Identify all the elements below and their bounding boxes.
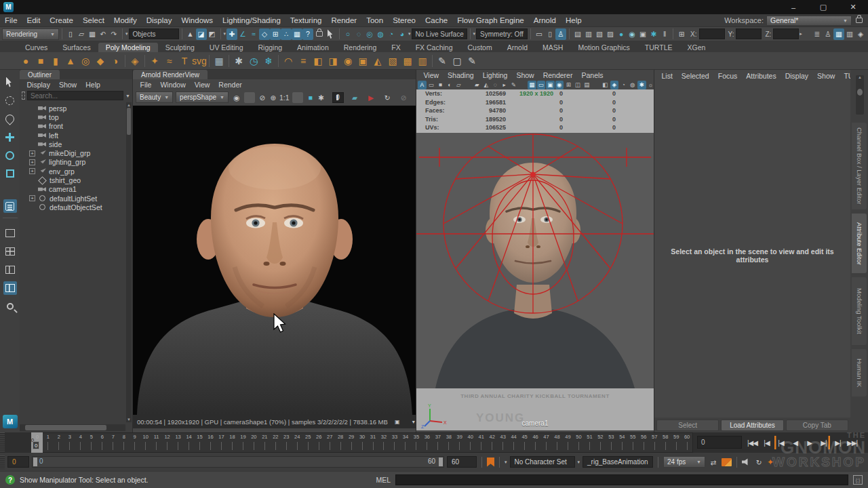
mask-expand-icon[interactable]: ▾ — [125, 31, 128, 37]
file-op-icon[interactable]: ↶ — [98, 28, 108, 40]
tab-modeling-toolkit[interactable]: Modeling Toolkit — [852, 277, 867, 345]
renderview-menu[interactable]: Window — [156, 81, 190, 89]
renderview-tab[interactable]: Arnold RenderView — [133, 70, 208, 79]
render-editor-icon[interactable]: ▤ — [572, 28, 583, 40]
shelf-tab[interactable]: Custom — [460, 43, 500, 52]
shelf-tab[interactable]: MASH — [535, 43, 570, 52]
playback-button[interactable]: ◀ — [789, 436, 802, 449]
shelf-tool-icon[interactable]: ✎ — [465, 54, 479, 68]
attribute-editor-menu[interactable]: Display — [781, 72, 812, 80]
shelf-tool-icon[interactable]: ✎ — [435, 54, 449, 68]
shelf-tool-icon[interactable]: ◉ — [341, 54, 355, 68]
render-icon[interactable]: ▭ — [534, 28, 545, 40]
viewport-toolbar-icon[interactable]: ◫ — [574, 81, 583, 89]
viewport-toolbar-icon[interactable]: ✎ — [509, 81, 518, 89]
frame-cell[interactable]: 58 — [660, 433, 671, 452]
viewport-toolbar-icon[interactable] — [464, 81, 473, 89]
frame-cell[interactable]: 33 — [389, 433, 400, 452]
sidebar-toggle-icon[interactable]: ♙ — [823, 28, 833, 40]
collapse-arrow-icon[interactable]: ▸ — [800, 31, 802, 37]
attribute-editor-menu[interactable]: Show — [813, 72, 840, 80]
frame-cell[interactable]: 21 — [259, 433, 270, 452]
shelf-tab[interactable]: Poly Modeling — [98, 43, 158, 52]
tab-human-ik[interactable]: Human IK — [852, 349, 867, 396]
frame-cell[interactable]: 31 — [368, 433, 378, 452]
sidebar-toggle-icon[interactable]: ▦ — [833, 28, 844, 40]
outliner-item[interactable]: + side — [20, 140, 126, 148]
menu-item[interactable]: Modify — [109, 14, 142, 27]
menu-item[interactable]: Stereo — [388, 14, 420, 27]
sound-icon[interactable] — [742, 458, 751, 466]
frame-cell[interactable]: 16 — [205, 433, 216, 452]
outliner-item[interactable]: + tshirt_geo — [20, 176, 126, 184]
attribute-editor-menu[interactable]: List — [657, 72, 677, 80]
frame-cell[interactable]: 18 — [226, 433, 237, 452]
playback-button[interactable]: ▶ — [803, 436, 816, 449]
anim-end-field[interactable]: 60 — [447, 456, 477, 468]
layout-single-pane[interactable] — [3, 226, 17, 240]
frame-cell[interactable]: 5 — [86, 433, 97, 452]
frame-cell[interactable]: 56 — [638, 433, 649, 452]
viewport-toolbar-icon[interactable]: ◧ — [601, 81, 610, 89]
viewport-toolbar-icon[interactable]: ▭ — [427, 81, 436, 89]
viewport-menu[interactable]: Show — [512, 71, 538, 79]
frame-cell[interactable]: 49 — [562, 433, 573, 452]
outliner-filter-icon[interactable] — [22, 92, 25, 100]
menu-item[interactable]: Render — [326, 14, 361, 27]
frame-cell[interactable]: 20 — [248, 433, 259, 452]
shelf-tool-icon[interactable] — [125, 55, 125, 67]
history-icon[interactable]: ◌ — [353, 28, 364, 40]
menu-item[interactable]: Toon — [361, 14, 388, 27]
frame-cell[interactable]: 32 — [378, 433, 389, 452]
outliner-item[interactable]: + env_grp — [20, 167, 126, 176]
outliner-item[interactable]: + persp — [20, 104, 126, 113]
renderview-run-icon[interactable]: ▰ — [349, 92, 360, 103]
renderview-tool-icon[interactable] — [292, 92, 303, 103]
menu-item[interactable]: File — [0, 14, 22, 27]
snap-icon[interactable]: ✚ — [226, 28, 237, 40]
viewport-menu[interactable]: Panels — [577, 71, 608, 79]
outliner-menu[interactable]: Show — [54, 81, 81, 89]
shelf-tool-icon[interactable]: ◧ — [311, 54, 325, 68]
playback-button[interactable]: ▶| — [817, 436, 830, 449]
frame-cell[interactable]: 26 — [313, 433, 324, 452]
outliner-item[interactable]: + lighting_grp — [20, 158, 126, 167]
shelf-tool-icon[interactable] — [278, 55, 279, 67]
z-input[interactable] — [773, 28, 799, 39]
viewport-menu[interactable]: Lighting — [478, 71, 512, 79]
frame-cell[interactable]: 53 — [606, 433, 616, 452]
renderview-run-icon[interactable]: ↻ — [382, 92, 393, 103]
frame-cell[interactable]: 25 — [302, 433, 313, 452]
frame-cell[interactable]: 8 — [119, 433, 130, 452]
viewport-toolbar-icon[interactable]: ■ — [436, 81, 445, 89]
menu-item[interactable]: Texturing — [285, 14, 327, 27]
time-slider[interactable]: 0123456789101112131415161718192021222324… — [0, 432, 868, 453]
shelf-tool-icon[interactable] — [209, 55, 210, 67]
workspace-dropdown[interactable]: General*▼ — [766, 16, 852, 26]
select-mode-icon[interactable]: ◩ — [207, 28, 218, 40]
shelf-tab[interactable]: Sculpting — [158, 43, 202, 52]
mel-command-input[interactable] — [395, 474, 848, 485]
menu-set-dropdown[interactable]: Rendering▼ — [2, 28, 59, 40]
frame-cell[interactable]: 38 — [443, 433, 454, 452]
viewport-menu[interactable]: Renderer — [538, 71, 577, 79]
frame-cell[interactable]: 6 — [97, 433, 108, 452]
frame-cell[interactable]: 14 — [184, 433, 195, 452]
menu-item[interactable]: Arnold — [529, 14, 561, 27]
frame-cell[interactable]: 4 — [75, 433, 86, 452]
rotate-tool[interactable] — [3, 148, 17, 162]
viewport-toolbar-icon[interactable]: ▦ — [528, 81, 536, 89]
viewport-toolbar-icon[interactable]: ◈ — [610, 81, 619, 89]
window-control-button[interactable]: ✕ — [838, 0, 868, 14]
menu-item[interactable]: Cache — [420, 14, 452, 27]
viewport-toolbar-icon[interactable]: ▰ — [473, 81, 481, 89]
current-time-indicator[interactable]: 0 0 — [31, 432, 43, 453]
shelf-tool-icon[interactable]: ▲ — [64, 54, 77, 68]
outliner-item[interactable]: + top — [20, 113, 126, 121]
outliner-item[interactable]: + defaultLightSet — [20, 194, 126, 203]
viewport-toolbar-icon[interactable]: ▱ — [454, 81, 463, 89]
frame-cell[interactable]: 10 — [140, 433, 151, 452]
renderview-tool-icon[interactable]: 1:1 — [279, 92, 290, 103]
outliner-item[interactable]: + defaultObjectSet — [20, 203, 126, 211]
aov-dropdown[interactable]: Beauty▼ — [136, 92, 173, 103]
